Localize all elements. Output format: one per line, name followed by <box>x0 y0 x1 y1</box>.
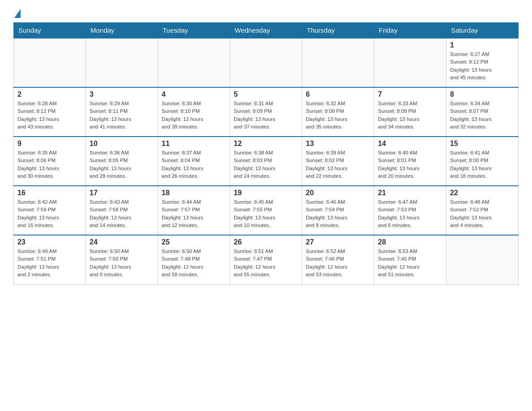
day-number: 26 <box>234 238 298 246</box>
calendar-day-cell: 11Sunrise: 6:37 AM Sunset: 8:04 PM Dayli… <box>158 137 230 186</box>
day-number: 23 <box>17 238 82 246</box>
day-info: Sunrise: 6:28 AM Sunset: 8:12 PM Dayligh… <box>17 100 82 131</box>
calendar-day-cell <box>374 38 446 87</box>
calendar-day-cell: 3Sunrise: 6:29 AM Sunset: 8:11 PM Daylig… <box>86 87 158 137</box>
day-info: Sunrise: 6:33 AM Sunset: 8:08 PM Dayligh… <box>378 100 442 131</box>
calendar-day-cell <box>14 38 86 87</box>
day-info: Sunrise: 6:27 AM Sunset: 8:12 PM Dayligh… <box>450 51 515 81</box>
calendar-day-cell: 17Sunrise: 6:43 AM Sunset: 7:58 PM Dayli… <box>86 186 158 235</box>
day-info: Sunrise: 6:50 AM Sunset: 7:50 PM Dayligh… <box>90 248 154 278</box>
calendar-day-cell: 13Sunrise: 6:39 AM Sunset: 8:02 PM Dayli… <box>302 137 374 186</box>
day-of-week-header: Tuesday <box>158 23 230 39</box>
calendar-day-cell: 2Sunrise: 6:28 AM Sunset: 8:12 PM Daylig… <box>14 87 86 137</box>
day-number: 13 <box>306 140 370 148</box>
day-number: 9 <box>17 140 82 148</box>
day-info: Sunrise: 6:36 AM Sunset: 8:05 PM Dayligh… <box>90 149 154 180</box>
calendar-week-row: 1Sunrise: 6:27 AM Sunset: 8:12 PM Daylig… <box>14 38 519 87</box>
day-info: Sunrise: 6:51 AM Sunset: 7:47 PM Dayligh… <box>234 248 298 278</box>
day-number: 14 <box>378 140 442 148</box>
calendar-day-cell <box>230 38 302 87</box>
calendar-day-cell <box>302 38 374 87</box>
calendar-day-cell <box>446 235 519 284</box>
calendar-week-row: 9Sunrise: 6:35 AM Sunset: 8:06 PM Daylig… <box>14 137 519 186</box>
logo <box>13 9 21 18</box>
day-info: Sunrise: 6:49 AM Sunset: 7:51 PM Dayligh… <box>17 248 82 278</box>
day-number: 8 <box>450 90 515 98</box>
day-info: Sunrise: 6:44 AM Sunset: 7:57 PM Dayligh… <box>162 198 226 229</box>
day-number: 18 <box>162 189 226 197</box>
calendar-day-cell: 10Sunrise: 6:36 AM Sunset: 8:05 PM Dayli… <box>86 137 158 186</box>
day-info: Sunrise: 6:47 AM Sunset: 7:53 PM Dayligh… <box>378 198 442 229</box>
day-info: Sunrise: 6:42 AM Sunset: 7:59 PM Dayligh… <box>17 198 82 229</box>
day-info: Sunrise: 6:50 AM Sunset: 7:48 PM Dayligh… <box>162 248 226 278</box>
day-info: Sunrise: 6:30 AM Sunset: 8:10 PM Dayligh… <box>162 100 226 131</box>
day-info: Sunrise: 6:41 AM Sunset: 8:00 PM Dayligh… <box>450 149 515 180</box>
day-of-week-header: Sunday <box>14 23 86 39</box>
day-info: Sunrise: 6:53 AM Sunset: 7:45 PM Dayligh… <box>378 248 442 278</box>
calendar-day-cell: 23Sunrise: 6:49 AM Sunset: 7:51 PM Dayli… <box>14 235 86 284</box>
logo-triangle-icon <box>14 9 21 18</box>
day-number: 27 <box>306 238 370 246</box>
day-number: 16 <box>17 189 82 197</box>
calendar-day-cell: 19Sunrise: 6:45 AM Sunset: 7:55 PM Dayli… <box>230 186 302 235</box>
day-number: 5 <box>234 90 298 98</box>
day-number: 28 <box>378 238 442 246</box>
day-number: 2 <box>17 90 82 98</box>
day-info: Sunrise: 6:37 AM Sunset: 8:04 PM Dayligh… <box>162 149 226 180</box>
calendar-table: SundayMondayTuesdayWednesdayThursdayFrid… <box>13 22 519 285</box>
calendar-day-cell: 4Sunrise: 6:30 AM Sunset: 8:10 PM Daylig… <box>158 87 230 137</box>
calendar-day-cell: 12Sunrise: 6:38 AM Sunset: 8:03 PM Dayli… <box>230 137 302 186</box>
day-number: 4 <box>162 90 226 98</box>
day-info: Sunrise: 6:43 AM Sunset: 7:58 PM Dayligh… <box>90 198 154 229</box>
calendar-day-cell: 21Sunrise: 6:47 AM Sunset: 7:53 PM Dayli… <box>374 186 446 235</box>
day-number: 1 <box>450 41 515 49</box>
page-header <box>13 9 519 18</box>
day-info: Sunrise: 6:32 AM Sunset: 8:08 PM Dayligh… <box>306 100 370 131</box>
day-number: 11 <box>162 140 226 148</box>
day-info: Sunrise: 6:40 AM Sunset: 8:01 PM Dayligh… <box>378 149 442 180</box>
calendar-day-cell: 9Sunrise: 6:35 AM Sunset: 8:06 PM Daylig… <box>14 137 86 186</box>
calendar-week-row: 2Sunrise: 6:28 AM Sunset: 8:12 PM Daylig… <box>14 87 519 137</box>
day-number: 21 <box>378 189 442 197</box>
day-info: Sunrise: 6:38 AM Sunset: 8:03 PM Dayligh… <box>234 149 298 180</box>
calendar-day-cell: 25Sunrise: 6:50 AM Sunset: 7:48 PM Dayli… <box>158 235 230 284</box>
day-number: 7 <box>378 90 442 98</box>
calendar-day-cell: 16Sunrise: 6:42 AM Sunset: 7:59 PM Dayli… <box>14 186 86 235</box>
day-number: 6 <box>306 90 370 98</box>
calendar-week-row: 23Sunrise: 6:49 AM Sunset: 7:51 PM Dayli… <box>14 235 519 284</box>
calendar-day-cell: 14Sunrise: 6:40 AM Sunset: 8:01 PM Dayli… <box>374 137 446 186</box>
day-of-week-header: Friday <box>374 23 446 39</box>
day-info: Sunrise: 6:34 AM Sunset: 8:07 PM Dayligh… <box>450 100 515 131</box>
day-number: 15 <box>450 140 515 148</box>
day-info: Sunrise: 6:35 AM Sunset: 8:06 PM Dayligh… <box>17 149 82 180</box>
day-number: 17 <box>90 189 154 197</box>
calendar-day-cell: 24Sunrise: 6:50 AM Sunset: 7:50 PM Dayli… <box>86 235 158 284</box>
day-number: 24 <box>90 238 154 246</box>
day-number: 22 <box>450 189 515 197</box>
day-info: Sunrise: 6:39 AM Sunset: 8:02 PM Dayligh… <box>306 149 370 180</box>
calendar-day-cell: 5Sunrise: 6:31 AM Sunset: 8:09 PM Daylig… <box>230 87 302 137</box>
day-number: 10 <box>90 140 154 148</box>
calendar-day-cell: 8Sunrise: 6:34 AM Sunset: 8:07 PM Daylig… <box>446 87 519 137</box>
day-info: Sunrise: 6:52 AM Sunset: 7:46 PM Dayligh… <box>306 248 370 278</box>
calendar-day-cell: 27Sunrise: 6:52 AM Sunset: 7:46 PM Dayli… <box>302 235 374 284</box>
calendar-day-cell: 20Sunrise: 6:46 AM Sunset: 7:54 PM Dayli… <box>302 186 374 235</box>
calendar-day-cell <box>158 38 230 87</box>
calendar-day-cell: 22Sunrise: 6:48 AM Sunset: 7:52 PM Dayli… <box>446 186 519 235</box>
calendar-week-row: 16Sunrise: 6:42 AM Sunset: 7:59 PM Dayli… <box>14 186 519 235</box>
calendar-day-cell <box>86 38 158 87</box>
day-of-week-header: Saturday <box>446 23 519 39</box>
day-info: Sunrise: 6:29 AM Sunset: 8:11 PM Dayligh… <box>90 100 154 131</box>
day-info: Sunrise: 6:48 AM Sunset: 7:52 PM Dayligh… <box>450 198 515 229</box>
calendar-header-row: SundayMondayTuesdayWednesdayThursdayFrid… <box>14 23 519 39</box>
day-info: Sunrise: 6:45 AM Sunset: 7:55 PM Dayligh… <box>234 198 298 229</box>
day-info: Sunrise: 6:46 AM Sunset: 7:54 PM Dayligh… <box>306 198 370 229</box>
day-of-week-header: Monday <box>86 23 158 39</box>
day-number: 12 <box>234 140 298 148</box>
calendar-day-cell: 15Sunrise: 6:41 AM Sunset: 8:00 PM Dayli… <box>446 137 519 186</box>
day-number: 3 <box>90 90 154 98</box>
calendar-day-cell: 1Sunrise: 6:27 AM Sunset: 8:12 PM Daylig… <box>446 38 519 87</box>
calendar-day-cell: 28Sunrise: 6:53 AM Sunset: 7:45 PM Dayli… <box>374 235 446 284</box>
day-number: 19 <box>234 189 298 197</box>
day-number: 25 <box>162 238 226 246</box>
